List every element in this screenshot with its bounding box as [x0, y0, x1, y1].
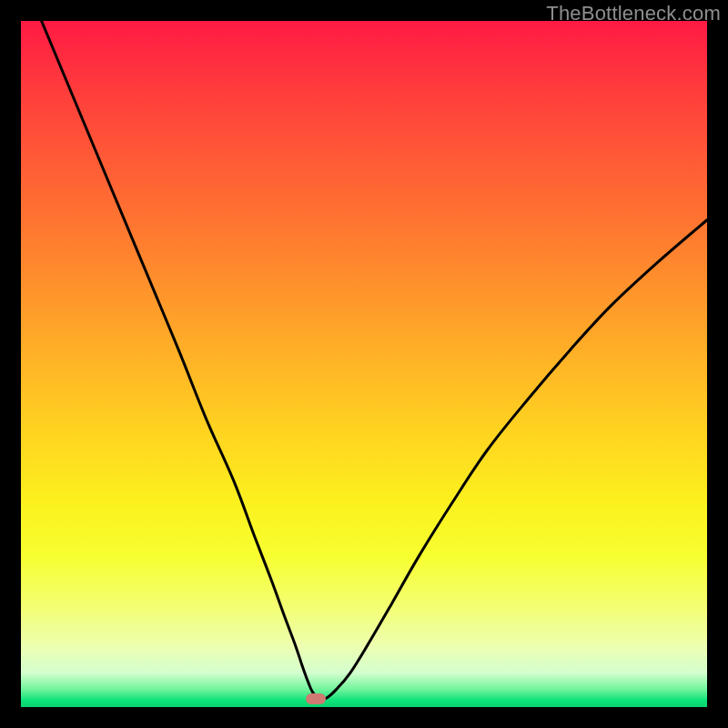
curve-svg	[21, 21, 707, 707]
optimum-marker	[306, 693, 326, 704]
plot-area	[21, 21, 707, 707]
bottleneck-curve	[42, 21, 707, 700]
watermark-text: TheBottleneck.com	[546, 2, 721, 25]
chart-container: TheBottleneck.com	[0, 0, 728, 728]
